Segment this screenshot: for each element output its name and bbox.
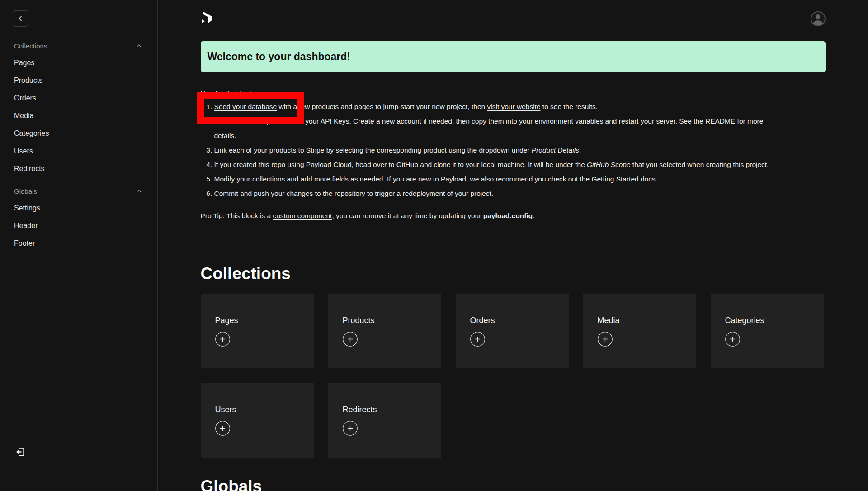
inline-link[interactable]: Link each of your products	[214, 146, 297, 154]
inline-link[interactable]: README	[705, 117, 735, 125]
create-media-button[interactable]	[598, 332, 613, 348]
app-header	[201, 0, 826, 27]
sidebar-item-products[interactable]: Products	[14, 72, 142, 89]
text-run: with a few products and pages to jump-st…	[277, 103, 487, 110]
payload-logo-icon	[201, 11, 212, 24]
text-run: docs.	[639, 175, 657, 183]
plus-circle-icon	[343, 421, 358, 436]
section-label: Globals	[14, 187, 37, 195]
card-title: Redirects	[343, 405, 441, 415]
collection-card-media[interactable]: Media	[583, 294, 696, 368]
card-title: Users	[215, 405, 314, 415]
text-run: , you can remove it at any time by updat…	[332, 212, 483, 219]
sidebar-item-redirects[interactable]: Redirects	[14, 160, 142, 177]
text-run: that you selected when creating this pro…	[631, 161, 769, 168]
sidebar-item-users[interactable]: Users	[14, 142, 142, 160]
text-run: . Create a new account if needed, then c…	[349, 117, 705, 125]
collection-card-users[interactable]: Users	[201, 383, 314, 458]
plus-circle-icon	[598, 332, 613, 347]
todo-item-2: Head over to Stripe to obtain your API K…	[214, 114, 826, 143]
todo-item-3: Link each of your products to Stripe by …	[214, 143, 826, 157]
sidebar-item-footer[interactable]: Footer	[14, 234, 142, 252]
text-run: .	[579, 146, 581, 154]
create-categories-button[interactable]	[725, 332, 740, 348]
inline-link[interactable]: visit your website	[487, 103, 541, 110]
payload-logo[interactable]	[201, 11, 212, 25]
todo-item-5: Modify your collections and add more fie…	[214, 172, 826, 186]
nav-group-collections: CollectionsPagesProductsOrdersMediaCateg…	[14, 41, 142, 177]
chevron-up-icon	[136, 190, 142, 193]
text-run: Commit and push your changes to the repo…	[214, 190, 494, 197]
collection-card-pages[interactable]: Pages	[201, 294, 314, 368]
avatar-shoulders-icon	[813, 20, 823, 27]
card-title: Orders	[470, 316, 569, 325]
card-title: Products	[343, 316, 441, 325]
pro-tip: Pro Tip: This block is a custom componen…	[201, 210, 826, 222]
inline-link[interactable]: fields	[332, 175, 349, 183]
text-run: If you created this repo using Payload C…	[214, 161, 587, 168]
text-run: Pro Tip: This block is a	[201, 212, 273, 219]
card-title: Pages	[215, 316, 314, 325]
welcome-banner: Welcome to your dashboard!	[201, 41, 826, 72]
globals-heading: Globals	[201, 475, 826, 491]
create-pages-button[interactable]	[215, 332, 230, 348]
text-run: details.	[214, 132, 236, 139]
payload-app: CollectionsPagesProductsOrdersMediaCateg…	[0, 0, 868, 491]
sidebar-item-orders[interactable]: Orders	[14, 89, 142, 107]
welcome-banner-text: Welcome to your dashboard!	[208, 51, 351, 63]
text-run: and add more	[285, 175, 332, 183]
plus-circle-icon	[215, 332, 230, 347]
card-title: Media	[598, 316, 696, 325]
dashboard-content: Welcome to your dashboard! Here's what t…	[201, 41, 826, 491]
sidebar-item-pages[interactable]: Pages	[14, 54, 142, 72]
chevron-up-icon	[136, 44, 142, 48]
inline-link[interactable]: Seed your database	[214, 103, 277, 110]
todo-item-1: Seed your database with a few products a…	[214, 100, 826, 114]
main-area: Welcome to your dashboard! Here's what t…	[158, 0, 868, 491]
collection-card-categories[interactable]: Categories	[711, 294, 824, 368]
inline-link[interactable]: collections	[252, 175, 285, 183]
collection-card-redirects[interactable]: Redirects	[328, 383, 441, 458]
italic-text: GitHub Scope	[587, 161, 631, 168]
chevron-left-icon	[19, 15, 22, 22]
account-avatar[interactable]	[811, 11, 826, 26]
text-run: Head over to Stripe to	[214, 117, 284, 125]
sidebar-item-header[interactable]: Header	[14, 217, 142, 234]
plus-circle-icon	[343, 332, 358, 347]
nav-group-globals: GlobalsSettingsHeaderFooter	[14, 186, 142, 252]
sidebar: CollectionsPagesProductsOrdersMediaCateg…	[0, 0, 158, 491]
sidebar-nav: CollectionsPagesProductsOrdersMediaCateg…	[0, 27, 157, 252]
create-users-button[interactable]	[215, 421, 230, 437]
sidebar-item-media[interactable]: Media	[14, 107, 142, 124]
collection-cards: PagesProductsOrdersMediaCategoriesUsersR…	[201, 294, 826, 458]
todo-item-6: Commit and push your changes to the repo…	[214, 186, 826, 201]
avatar-head-icon	[816, 14, 820, 19]
sidebar-section-toggle-collections[interactable]: Collections	[14, 41, 142, 50]
collection-card-products[interactable]: Products	[328, 294, 441, 368]
italic-text: Product Details	[532, 146, 579, 154]
bold-text: payload.config	[483, 212, 533, 219]
sidebar-item-settings[interactable]: Settings	[14, 199, 142, 217]
todo-intro: Here's what to do next:	[201, 88, 826, 100]
inline-link[interactable]: obtain your API Keys	[284, 117, 349, 125]
text-run: to see the results.	[541, 103, 598, 110]
text-run: Modify your	[214, 175, 252, 183]
create-redirects-button[interactable]	[343, 421, 358, 437]
logout-button[interactable]	[15, 446, 26, 459]
inline-link[interactable]: custom component	[273, 212, 332, 219]
sidebar-collapse-button[interactable]	[13, 10, 28, 27]
text-run: for more	[735, 117, 763, 125]
sidebar-item-categories[interactable]: Categories	[14, 124, 142, 142]
logout-icon	[15, 446, 26, 458]
inline-link[interactable]: Getting Started	[591, 175, 638, 183]
plus-circle-icon	[725, 332, 740, 347]
sidebar-section-toggle-globals[interactable]: Globals	[14, 186, 142, 195]
collections-heading: Collections	[201, 262, 826, 285]
text-run: to Stripe by selecting the corresponding…	[296, 146, 531, 154]
collection-card-orders[interactable]: Orders	[456, 294, 569, 368]
text-run: .	[533, 212, 534, 219]
create-orders-button[interactable]	[470, 332, 485, 348]
text-run: as needed. If you are new to Payload, we…	[349, 175, 592, 183]
create-products-button[interactable]	[343, 332, 358, 348]
card-title: Categories	[725, 316, 824, 325]
